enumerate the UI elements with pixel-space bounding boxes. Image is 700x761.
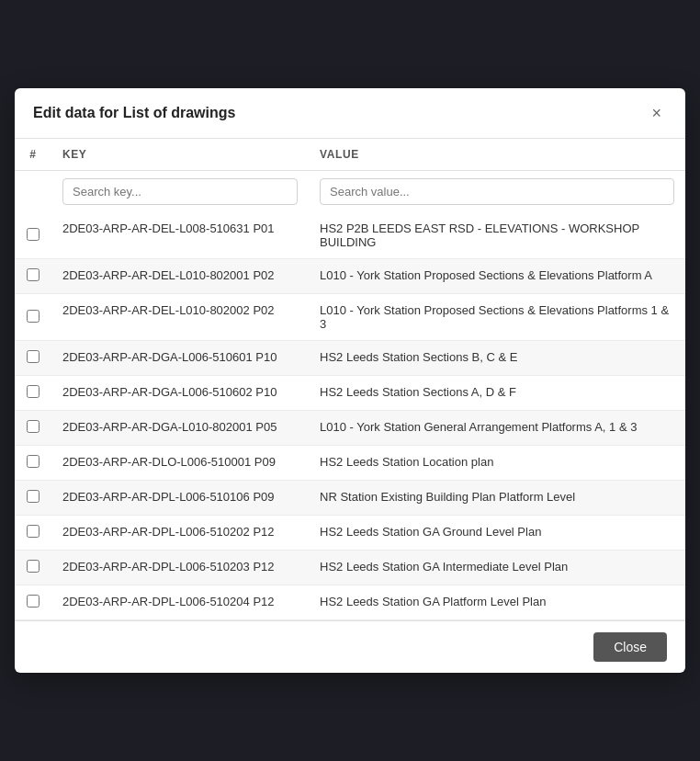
table-row: 2DE03-ARP-AR-DPL-L006-510106 P09NR Stati… [15,481,685,516]
row-key: 2DE03-ARP-AR-DPL-L006-510203 P12 [51,551,309,585]
row-checkbox[interactable] [27,455,40,468]
row-checkbox-cell [15,411,51,446]
close-button[interactable]: Close [593,632,667,662]
row-key: 2DE03-ARP-AR-DEL-L008-510631 P01 [51,212,309,259]
row-value: HS2 Leeds Station Sections A, D & F [309,376,685,411]
row-checkbox-cell [15,259,51,294]
search-value-input[interactable] [320,178,674,205]
search-key-cell [51,171,309,213]
table-row: 2DE03-ARP-AR-DPL-L006-510203 P12HS2 Leed… [15,551,685,585]
row-checkbox-cell [15,376,51,411]
table-row: 2DE03-ARP-AR-DPL-L006-510202 P12HS2 Leed… [15,516,685,551]
row-checkbox-cell [15,294,51,341]
row-key: 2DE03-ARP-AR-DPL-L006-510202 P12 [51,516,309,551]
row-key: 2DE03-ARP-AR-DPL-L006-510106 P09 [51,481,309,516]
row-checkbox[interactable] [27,268,40,281]
modal-close-x-button[interactable]: × [646,103,667,123]
table-row: 2DE03-ARP-AR-DLO-L006-510001 P09HS2 Leed… [15,446,685,481]
row-checkbox[interactable] [27,350,40,363]
row-checkbox-cell [15,516,51,551]
table-row: 2DE03-ARP-AR-DEL-L010-802002 P02L010 - Y… [15,294,685,341]
table-container[interactable]: # KEY VALUE [15,139,685,620]
row-key: 2DE03-ARP-AR-DGA-L006-510601 P10 [51,341,309,376]
row-key: 2DE03-ARP-AR-DLO-L006-510001 P09 [51,446,309,481]
column-header-key: KEY [51,139,309,171]
row-value: HS2 P2B LEEDS EAST RSD - ELEVATIONS - WO… [309,212,685,259]
row-checkbox[interactable] [27,560,40,573]
table-row: 2DE03-ARP-AR-DGA-L010-802001 P05L010 - Y… [15,411,685,446]
row-checkbox[interactable] [27,525,40,538]
row-key: 2DE03-ARP-AR-DPL-L006-510204 P12 [51,585,309,620]
row-value: HS2 Leeds Station Sections B, C & E [309,341,685,376]
row-value: HS2 Leeds Station GA Intermediate Level … [309,551,685,585]
modal-overlay: Edit data for List of drawings × # KEY V… [0,0,700,761]
modal-body: # KEY VALUE [15,139,685,620]
row-key: 2DE03-ARP-AR-DGA-L010-802001 P05 [51,411,309,446]
table-body: 2DE03-ARP-AR-DEL-L008-510631 P01HS2 P2B … [15,212,685,620]
table-row: 2DE03-ARP-AR-DGA-L006-510601 P10HS2 Leed… [15,341,685,376]
row-checkbox[interactable] [27,228,40,241]
modal-footer: Close [15,620,685,673]
row-checkbox[interactable] [27,420,40,433]
row-checkbox-cell [15,585,51,620]
table-header-row: # KEY VALUE [15,139,685,171]
row-checkbox-cell [15,551,51,585]
column-header-hash: # [15,139,51,171]
row-checkbox-cell [15,481,51,516]
row-checkbox[interactable] [27,310,40,323]
search-value-cell [309,171,685,213]
row-checkbox[interactable] [27,385,40,398]
row-value: L010 - York Station General Arrangement … [309,411,685,446]
row-checkbox-cell [15,212,51,259]
row-checkbox[interactable] [27,490,40,503]
table-row: 2DE03-ARP-AR-DPL-L006-510204 P12HS2 Leed… [15,585,685,620]
row-key: 2DE03-ARP-AR-DEL-L010-802002 P02 [51,294,309,341]
row-value: HS2 Leeds Station Location plan [309,446,685,481]
row-value: HS2 Leeds Station GA Platform Level Plan [309,585,685,620]
search-hash-cell [15,171,51,213]
row-checkbox[interactable] [27,595,40,608]
row-checkbox-cell [15,446,51,481]
row-value: L010 - York Station Proposed Sections & … [309,259,685,294]
table-row: 2DE03-ARP-AR-DGA-L006-510602 P10HS2 Leed… [15,376,685,411]
row-key: 2DE03-ARP-AR-DEL-L010-802001 P02 [51,259,309,294]
row-value: HS2 Leeds Station GA Ground Level Plan [309,516,685,551]
row-key: 2DE03-ARP-AR-DGA-L006-510602 P10 [51,376,309,411]
modal-title: Edit data for List of drawings [33,105,235,121]
column-header-value: VALUE [309,139,685,171]
table-row: 2DE03-ARP-AR-DEL-L008-510631 P01HS2 P2B … [15,212,685,259]
table-row: 2DE03-ARP-AR-DEL-L010-802001 P02L010 - Y… [15,259,685,294]
modal: Edit data for List of drawings × # KEY V… [15,88,685,673]
search-key-input[interactable] [62,178,298,205]
row-value: NR Station Existing Building Plan Platfo… [309,481,685,516]
modal-header: Edit data for List of drawings × [15,88,685,139]
search-row [15,171,685,213]
data-table: # KEY VALUE [15,139,685,620]
row-value: L010 - York Station Proposed Sections & … [309,294,685,341]
row-checkbox-cell [15,341,51,376]
